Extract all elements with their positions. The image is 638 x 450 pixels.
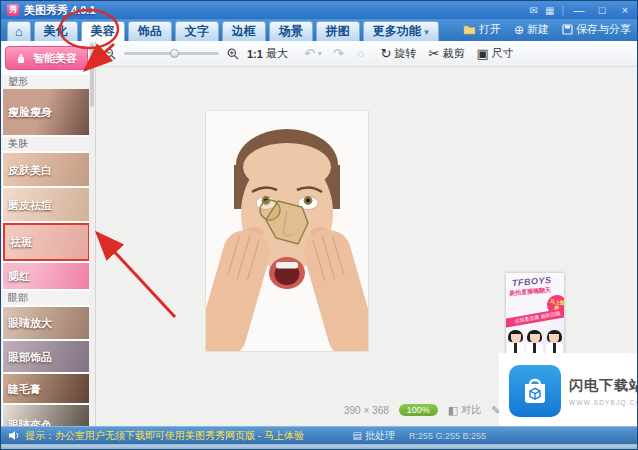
app-logo-icon: 秀	[7, 4, 19, 16]
close-button[interactable]: ×	[617, 4, 633, 16]
download-site-url: www.sdybjq.com	[569, 399, 638, 406]
window-bottom-edge	[1, 444, 638, 450]
tab-home[interactable]: ⌂	[7, 21, 31, 41]
chevron-down-icon: ▾	[424, 27, 429, 37]
tab-scene[interactable]: 场景	[269, 21, 313, 41]
zoom-fit-button[interactable]: 最大	[266, 46, 288, 61]
batch-process-button[interactable]: ▤批处理	[352, 429, 394, 443]
tab-beauty[interactable]: 美容	[81, 21, 125, 41]
maximize-button[interactable]: □	[594, 4, 610, 16]
download-site-name: 闪电下载站	[569, 377, 638, 395]
feedback-icon[interactable]: ✉	[530, 5, 538, 16]
tfboys-promo-banner[interactable]: TFBOYS 美拍直播嗨翻天 马上围观 点我看直播 精彩回顾	[506, 273, 564, 360]
window-title: 美图秀秀 4.0.1	[24, 3, 96, 18]
save-icon	[562, 24, 573, 35]
titlebar-separator: |	[561, 5, 564, 16]
plus-circle-icon: ⊕	[514, 23, 524, 37]
lipstick-icon	[16, 53, 29, 64]
meitu-app-window: 秀 美图秀秀 4.0.1 ✉ ▦ | — □ × ⌂ 美化 美容 饰品 文字 边…	[0, 0, 638, 450]
sidebar-item-slim-face[interactable]: 瘦脸瘦身	[3, 89, 90, 135]
status-message[interactable]: 提示：办公室用户无须下载即可使用美图秀秀网页版 - 马上体验	[25, 429, 304, 443]
status-bar: 提示：办公室用户无须下载即可使用美图秀秀网页版 - 马上体验 ▤批处理 R:25…	[1, 426, 638, 444]
zoom-out-icon[interactable]	[104, 48, 116, 60]
edited-photo[interactable]	[206, 111, 368, 351]
zoom-slider-handle[interactable]	[170, 49, 179, 58]
section-label-eyes: 眼部	[2, 291, 90, 305]
tab-frame[interactable]: 边框	[222, 21, 266, 41]
sidebar-item-smooth-acne[interactable]: 磨皮祛痘	[3, 188, 90, 221]
compare-button[interactable]: ◧对比	[448, 403, 481, 417]
section-label-skin: 美肤	[2, 137, 90, 151]
sidebar-item-eye-accessories[interactable]: 眼部饰品	[3, 341, 90, 372]
download-site-logo-icon	[509, 365, 561, 417]
home-icon: ⌂	[15, 24, 23, 39]
zoom-ratio-button[interactable]: 1:1	[247, 48, 263, 60]
resize-icon: ▣	[476, 47, 488, 60]
scissors-icon: ✂	[429, 47, 440, 60]
gallery-icon[interactable]: ▦	[545, 5, 554, 16]
tab-bar: ⌂ 美化 美容 饰品 文字 边框 场景 拼图 更多功能 ▾ 打开 ⊕ 新建 保存…	[1, 19, 638, 41]
image-size-label: 390 × 368	[344, 405, 389, 416]
folder-icon	[463, 24, 476, 35]
batch-icon: ▤	[352, 431, 361, 441]
redo-icon[interactable]: ↷	[333, 47, 344, 60]
undo-icon[interactable]: ↶	[304, 47, 315, 60]
sidebar-item-mascara[interactable]: 睫毛膏	[3, 374, 90, 403]
sidebar-item-spot-removal[interactable]: 祛斑	[3, 223, 90, 261]
save-share-button[interactable]: 保存与分享	[562, 22, 631, 37]
tab-more-features[interactable]: 更多功能 ▾	[363, 21, 439, 41]
tab-accessories[interactable]: 饰品	[128, 21, 172, 41]
download-site-watermark: 闪电下载站 www.sdybjq.com	[499, 353, 638, 429]
tab-text[interactable]: 文字	[175, 21, 219, 41]
canvas-toolbar: 1:1 最大 ↶ ▾ ↷ ○ ↻ 旋转 ✂ 裁剪 ▣ 尺寸	[96, 41, 638, 67]
compare-icon: ◧	[448, 405, 458, 416]
undo-dropdown-icon[interactable]: ▾	[318, 49, 322, 58]
beauty-sidebar: 智能美容 塑形 瘦脸瘦身 美肤 皮肤美白 磨皮祛痘 祛斑 腮红 眼部 眼睛放大 …	[2, 41, 96, 426]
speaker-icon	[9, 430, 20, 441]
reset-icon[interactable]: ○	[357, 47, 365, 60]
sidebar-scrollbar[interactable]	[89, 41, 95, 426]
new-button[interactable]: ⊕ 新建	[514, 22, 549, 37]
zoom-in-icon[interactable]	[227, 48, 239, 60]
titlebar: 秀 美图秀秀 4.0.1 ✉ ▦ | — □ ×	[1, 1, 638, 19]
resize-button[interactable]: ▣ 尺寸	[476, 46, 513, 61]
tab-beautify[interactable]: 美化	[34, 21, 78, 41]
promo-note: 点我看直播 精彩回顾	[506, 307, 564, 329]
sidebar-item-skin-whitening[interactable]: 皮肤美白	[3, 153, 90, 186]
tab-collage[interactable]: 拼图	[316, 21, 360, 41]
smart-beauty-button[interactable]: 智能美容	[5, 46, 88, 70]
sidebar-item-eye-enlarge[interactable]: 眼睛放大	[3, 307, 90, 339]
crop-button[interactable]: ✂ 裁剪	[429, 46, 465, 61]
rgb-readout: R:255 G:255 B:255	[409, 431, 486, 441]
zoom-percentage-badge: 100%	[399, 404, 438, 416]
sidebar-item-eye-color[interactable]: 眼睛变色	[3, 405, 90, 426]
rotate-button[interactable]: ↻ 旋转	[381, 46, 417, 61]
open-button[interactable]: 打开	[463, 22, 501, 37]
sidebar-item-blush[interactable]: 腮红	[3, 263, 90, 289]
zoom-slider[interactable]	[124, 52, 219, 55]
minimize-button[interactable]: —	[571, 4, 587, 16]
rotate-icon: ↻	[381, 47, 392, 60]
section-label-shaping: 塑形	[2, 75, 90, 89]
